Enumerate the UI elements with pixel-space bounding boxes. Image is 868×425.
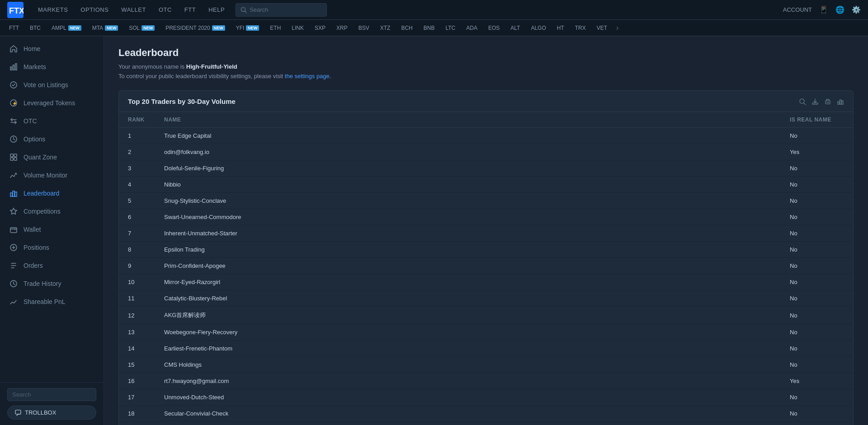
- ticker-more-icon[interactable]: ›: [613, 24, 622, 32]
- new-badge: NEW: [105, 25, 118, 31]
- ticker-trx[interactable]: TRX: [570, 20, 591, 36]
- sidebar-item-home[interactable]: Home: [0, 40, 104, 58]
- table-row[interactable]: 12 AKG首席解读师 No: [119, 307, 853, 324]
- svg-rect-13: [10, 158, 13, 160]
- new-badge: NEW: [246, 25, 259, 31]
- ticker-ht[interactable]: HT: [552, 20, 570, 36]
- sidebar-item-vote[interactable]: Vote on Listings: [0, 76, 104, 94]
- search-action-icon[interactable]: [799, 97, 806, 105]
- settings-page-link[interactable]: the settings page: [285, 73, 330, 79]
- real-name-cell: No: [781, 307, 853, 324]
- ticker-mta[interactable]: MTA NEW: [87, 20, 123, 36]
- nav-otc[interactable]: OTC: [153, 0, 177, 20]
- table-row[interactable]: 5 Snug-Stylistic-Conclave No: [119, 193, 853, 209]
- ticker-xrp[interactable]: XRP: [331, 20, 353, 36]
- real-name-cell: Yes: [781, 144, 853, 160]
- sidebar-item-leveraged-tokens[interactable]: ⚡ Leveraged Tokens: [0, 94, 104, 112]
- table-row[interactable]: 10 Mirror-Eyed-Razorgirl No: [119, 274, 853, 290]
- table-row[interactable]: 18 Secular-Convivial-Check No: [119, 406, 853, 422]
- ticker-yfi[interactable]: YFI NEW: [231, 20, 265, 36]
- ticker-eth[interactable]: ETH: [264, 20, 286, 36]
- table-row[interactable]: 7 Inherent-Unmatched-Starter No: [119, 225, 853, 242]
- rank-cell: 12: [119, 307, 155, 324]
- table-row[interactable]: 13 Woebegone-Fiery-Recovery No: [119, 324, 853, 341]
- table-row[interactable]: 1 True Edge Capital No: [119, 128, 853, 144]
- mobile-icon[interactable]: 📱: [819, 5, 828, 14]
- table-row[interactable]: 4 Nibbio No: [119, 177, 853, 193]
- sidebar-item-markets[interactable]: Markets: [0, 58, 104, 76]
- new-badge: NEW: [212, 25, 225, 31]
- table-row[interactable]: 14 Earliest-Frenetic-Phantom No: [119, 341, 853, 357]
- nav-options[interactable]: OPTIONS: [75, 0, 114, 20]
- ticker-xtz[interactable]: XTZ: [375, 20, 396, 36]
- sidebar-item-volume-monitor[interactable]: Volume Monitor: [0, 166, 104, 184]
- sidebar-item-quant-zone[interactable]: Quant Zone: [0, 148, 104, 166]
- sidebar-item-options[interactable]: Options: [0, 130, 104, 148]
- table-row[interactable]: 19 Eureka Trading No: [119, 422, 853, 425]
- ticker-eos[interactable]: EOS: [483, 20, 505, 36]
- table-row[interactable]: 2 odin@folkvang.io Yes: [119, 144, 853, 160]
- sidebar-item-competitions[interactable]: Competitions: [0, 202, 104, 220]
- chart-action-icon[interactable]: [837, 97, 844, 105]
- print-action-icon[interactable]: [824, 97, 831, 105]
- settings-icon[interactable]: ⚙️: [852, 5, 861, 14]
- rank-cell: 4: [119, 177, 155, 193]
- ticker-president2020[interactable]: PRESIDENT 2020 NEW: [160, 20, 231, 36]
- table-row[interactable]: 9 Prim-Confident-Apogee No: [119, 258, 853, 274]
- table-row[interactable]: 11 Catalytic-Blustery-Rebel No: [119, 290, 853, 307]
- markets-icon: [9, 62, 18, 71]
- ticker-link[interactable]: LINK: [286, 20, 309, 36]
- ticker-bsv[interactable]: BSV: [353, 20, 375, 36]
- ticker-vet[interactable]: VET: [591, 20, 613, 36]
- top-search-bar[interactable]: [236, 3, 327, 17]
- options-icon: [9, 135, 18, 144]
- sidebar-item-otc[interactable]: OTC: [0, 112, 104, 130]
- table-row[interactable]: 17 Unmoved-Dutch-Steed No: [119, 389, 853, 406]
- ticker-ampl[interactable]: AMPL NEW: [46, 20, 87, 36]
- nav-ftt[interactable]: FTT: [179, 0, 201, 20]
- svg-rect-21: [15, 410, 21, 414]
- table-row[interactable]: 3 Doleful-Senile-Figuring No: [119, 160, 853, 177]
- table-row[interactable]: 16 rt7.hwayong@gmail.com Yes: [119, 373, 853, 389]
- ticker-algo[interactable]: ALGO: [525, 20, 551, 36]
- ticker-sol[interactable]: SOL NEW: [123, 20, 160, 36]
- download-action-icon[interactable]: [811, 97, 819, 105]
- ticker-ada[interactable]: ADA: [461, 20, 483, 36]
- ticker-bch[interactable]: BCH: [396, 20, 418, 36]
- sidebar-search-input[interactable]: [7, 388, 96, 401]
- logo[interactable]: FTX: [7, 2, 24, 18]
- sidebar-item-orders[interactable]: Orders: [0, 257, 104, 275]
- rank-cell: 9: [119, 258, 155, 274]
- sidebar-item-trade-history[interactable]: Trade History: [0, 275, 104, 293]
- table-row[interactable]: 8 Epsilon Trading No: [119, 242, 853, 258]
- svg-rect-6: [15, 64, 17, 70]
- ticker-ltc[interactable]: LTC: [440, 20, 461, 36]
- svg-rect-12: [14, 154, 17, 157]
- ticker-btc[interactable]: BTC: [24, 20, 46, 36]
- ticker-sxp[interactable]: SXP: [309, 20, 331, 36]
- ticker-bnb[interactable]: BNB: [418, 20, 440, 36]
- sidebar-item-wallet[interactable]: Wallet: [0, 220, 104, 238]
- nav-wallet[interactable]: WALLET: [116, 0, 151, 20]
- sidebar-item-shareable-pnl[interactable]: Shareable PnL: [0, 293, 104, 311]
- sidebar-item-positions[interactable]: Positions: [0, 238, 104, 257]
- account-button[interactable]: ACCOUNT: [783, 6, 812, 13]
- rank-cell: 14: [119, 341, 155, 357]
- top-search-input[interactable]: [250, 6, 322, 13]
- table-row[interactable]: 6 Swart-Unearned-Commodore No: [119, 209, 853, 225]
- sidebar-item-leaderboard[interactable]: Leaderboard: [0, 184, 104, 202]
- real-name-cell: No: [781, 225, 853, 242]
- svg-rect-16: [13, 191, 14, 196]
- ticker-alt[interactable]: ALT: [505, 20, 525, 36]
- svg-text:FTX: FTX: [9, 6, 24, 15]
- real-name-cell: No: [781, 177, 853, 193]
- anon-name-line: Your anonymous name is High-Fruitful-Yie…: [118, 63, 854, 70]
- nav-help[interactable]: HELP: [203, 0, 230, 20]
- nav-markets[interactable]: MARKETS: [33, 0, 73, 20]
- ticker-ftt[interactable]: FTT: [4, 20, 24, 36]
- real-name-cell: No: [781, 209, 853, 225]
- language-icon[interactable]: 🌐: [835, 5, 844, 14]
- table-row[interactable]: 15 CMS Holdings No: [119, 357, 853, 373]
- rank-cell: 17: [119, 389, 155, 406]
- trollbox-button[interactable]: TROLLBOX: [7, 406, 96, 420]
